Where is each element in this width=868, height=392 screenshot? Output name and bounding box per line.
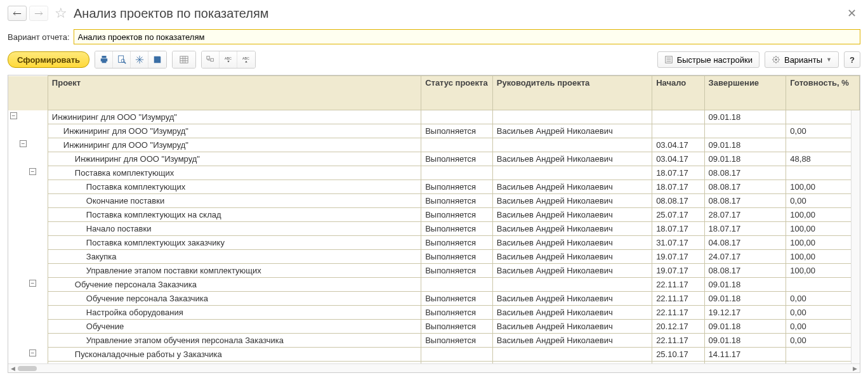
scroll-left-icon[interactable]: ◀ [11,365,15,372]
col-manager: Руководитель проекта [492,76,652,110]
table-row[interactable]: ОбучениеВыполняетсяВасильев Андрей Никол… [8,320,860,334]
table-row[interactable]: Инжиниринг для ООО "Изумруд"ВыполняетсяВ… [8,124,860,138]
cell-manager: Васильев Андрей Николаевич [492,222,652,236]
table-row[interactable]: Инжиниринг для ООО "Изумруд"ВыполняетсяВ… [8,152,860,166]
table-row[interactable]: ЗакупкаВыполняетсяВасильев Андрей Никола… [8,250,860,264]
cell-project: Поставка комплектующих [48,180,421,194]
cell-readiness: 100,00 [786,180,860,194]
table-row[interactable]: −Поставка комплектующих18.07.1708.08.17 [8,166,860,180]
table-row[interactable]: Начало поставкиВыполняетсяВасильев Андре… [8,222,860,236]
cell-readiness: 100,00 [786,222,860,236]
group-expand-icon[interactable]: ABC [220,51,237,68]
cell-status [421,166,493,180]
table-row[interactable]: Управление этапом поставки комплектующих… [8,264,860,278]
cell-start [652,110,704,124]
cell-end: 18.07.17 [704,222,786,236]
table-row[interactable]: −Инжиниринг для ООО "Изумруд"03.04.1709.… [8,138,860,152]
close-icon[interactable]: ✕ [843,5,860,22]
cell-end: 04.08.17 [704,236,786,250]
cell-end: 08.08.17 [704,264,786,278]
horizontal-scrollbar[interactable]: ◀ ▶ [8,363,860,372]
svg-point-19 [775,58,777,61]
cell-manager: Васильев Андрей Николаевич [492,194,652,208]
cell-project: Пусконаладочные работы у Заказчика [48,362,421,364]
table-row[interactable]: −Обучение персонала Заказчика22.11.1709.… [8,278,860,292]
nav-back-button[interactable]: 🡐 [8,6,27,21]
cell-manager: Васильев Андрей Николаевич [492,306,652,320]
quick-settings-button[interactable]: Быстрые настройки [657,51,760,68]
variants-label: Варианты [784,55,822,65]
tree-toggle-icon[interactable]: − [10,112,17,119]
cell-project: Инжиниринг для ООО "Изумруд" [48,152,421,166]
form-button[interactable]: Сформировать [8,51,89,68]
cell-end: 14.11.17 [704,362,786,364]
save-icon[interactable] [148,51,166,68]
svg-text:ABC: ABC [242,56,249,60]
cell-readiness: 100,00 [786,236,860,250]
cell-start [652,124,704,138]
cell-readiness: 100,00 [786,264,860,278]
cell-manager: Васильев Андрей Николаевич [492,152,652,166]
cell-project: Обучение персонала Заказчика [48,278,421,292]
cell-manager: Васильев Андрей Николаевич [492,180,652,194]
cell-project: Инжиниринг для ООО "Изумруд" [48,124,421,138]
vertical-scrollbar[interactable] [851,110,860,363]
table-view-icon[interactable] [173,51,195,68]
print-icon[interactable] [95,51,113,68]
table-row[interactable]: −Инжиниринг для ООО "Изумруд"09.01.18 [8,110,860,124]
cell-readiness: 100,00 [786,250,860,264]
table-row[interactable]: Поставка комплектующихВыполняетсяВасилье… [8,180,860,194]
svg-rect-9 [211,58,213,61]
cell-manager: Васильев Андрей Николаевич [492,334,652,348]
expand-icon[interactable] [131,51,148,68]
tree-header [8,76,48,110]
cell-status: Выполняется [421,124,493,138]
cell-start: 03.04.17 [652,138,704,152]
tree-toggle-icon[interactable]: − [29,280,36,287]
table-row[interactable]: Обучение персонала ЗаказчикаВыполняетсяВ… [8,292,860,306]
cell-project: Настройка оборудования [48,306,421,320]
variant-label: Вариант отчета: [8,32,70,42]
table-row[interactable]: Настройка оборудованияВыполняетсяВасилье… [8,306,860,320]
table-row[interactable]: Управление этапом обучения персонала Зак… [8,334,860,348]
cell-start: 22.11.17 [652,278,704,292]
cell-end: 19.12.17 [704,306,786,320]
cell-manager: Васильев Андрей Николаевич [492,208,652,222]
cell-start: 25.07.17 [652,208,704,222]
variants-button[interactable]: Варианты ▼ [765,51,839,68]
tree-expand-icon[interactable] [202,51,220,68]
variant-input[interactable] [74,29,861,44]
table-row[interactable]: Пусконаладочные работы у ЗаказчикаВыполн… [8,362,860,364]
cell-readiness: 0,00 [786,194,860,208]
cell-readiness: 0,00 [786,320,860,334]
svg-line-2 [124,62,126,64]
cell-end [704,124,786,138]
cell-project: Обучение [48,320,421,334]
group-collapse-icon[interactable]: ABC [237,51,255,68]
tree-toggle-icon[interactable]: − [29,350,36,356]
cell-project: Инжиниринг для ООО "Изумруд" [48,138,421,152]
nav-forward-button: 🡒 [29,6,48,21]
cell-status [421,110,493,124]
preview-icon[interactable] [113,51,131,68]
scroll-right-icon[interactable]: ▶ [853,365,857,372]
cell-status: Выполняется [421,236,493,250]
tree-toggle-icon[interactable]: − [29,168,36,175]
table-row[interactable]: Окончание поставкиВыполняетсяВасильев Ан… [8,194,860,208]
cell-status: Выполняется [421,208,493,222]
col-readiness: Готовность, % [786,76,860,110]
svg-text:ABC: ABC [224,56,231,60]
table-row[interactable]: −Пусконаладочные работы у Заказчика25.10… [8,348,860,362]
cell-readiness [786,166,860,180]
help-button[interactable]: ? [844,51,860,68]
quick-settings-label: Быстрые настройки [677,55,753,65]
favorite-star-icon[interactable]: ☆ [55,5,67,22]
cell-end: 08.08.17 [704,180,786,194]
table-row[interactable]: Поставка комплектующих заказчикуВыполняе… [8,236,860,250]
cell-manager: Васильев Андрей Николаевич [492,250,652,264]
tree-toggle-icon[interactable]: − [20,140,27,147]
table-row[interactable]: Поставка комплектующих на складВыполняет… [8,208,860,222]
cell-end: 09.01.18 [704,292,786,306]
cell-project: Закупка [48,250,421,264]
cell-status [421,138,493,152]
